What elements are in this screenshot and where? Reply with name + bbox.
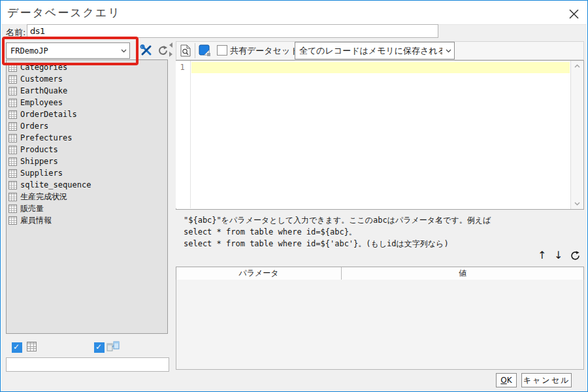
table-list-item[interactable]: Categories [7,61,167,73]
save-dataset-button[interactable] [198,44,212,57]
table-list-item[interactable]: Employees [7,97,167,108]
tables-filter-icon [26,341,37,352]
table-icon [8,87,17,95]
table-name: sqlite_sequence [20,180,91,189]
shared-dataset-label[interactable]: 共有データセット [230,45,299,57]
dataset-name-label: 名前: [6,27,25,39]
views-filter-icon [106,341,120,352]
table-list-item[interactable]: Shippers [7,155,167,167]
close-button[interactable] [566,7,581,21]
table-icon [8,146,17,154]
table-name: Prefectures [20,133,72,142]
chevron-down-icon [118,49,129,53]
value-column-header: 値 [342,267,583,280]
table-icon [8,157,17,166]
table-icon [8,181,17,189]
table-list-item[interactable]: sqlite_sequence [7,179,167,191]
table-name: 販売量 [20,203,44,214]
preview-icon [180,44,191,57]
scroll-up-icon[interactable] [571,61,583,71]
table-icon [8,193,17,201]
storage-mode-select[interactable]: 全てのレコードはメモリに保存される [295,42,455,59]
show-tables-checkbox[interactable] [12,342,22,353]
ok-button-label: OK [500,376,512,385]
cancel-button-label: キャンセル [523,375,570,386]
table-name: Customers [20,74,63,84]
param-move-up-button[interactable]: ↑ [538,249,546,262]
table-list-item[interactable]: Prefectures [7,132,167,144]
connection-config-button[interactable] [138,43,154,57]
table-name: Shippers [20,157,58,166]
chevron-down-icon [442,49,454,53]
show-views-checkbox[interactable] [94,342,105,353]
table-icon [8,63,17,72]
table-list-item[interactable]: 販売量 [7,203,167,214]
table-list-item[interactable]: 生産完成状況 [7,191,167,203]
toolbar-separator [195,43,195,58]
param-refresh-button[interactable] [569,250,581,261]
table-list-item[interactable]: Products [7,144,167,155]
tools-icon [140,44,153,56]
table-filter-input[interactable] [6,357,169,372]
help-line: "${abc}"をパラメータとして入力できます。ここのabcはパラメータ名です。… [184,214,576,226]
table-list-item[interactable]: Customers [7,73,167,85]
table-name: OrderDetails [20,110,77,119]
connection-select[interactable]: FRDemoJP [6,42,130,59]
table-icon [8,204,17,213]
table-name: Employees [20,98,63,107]
cancel-button[interactable]: キャンセル [521,373,572,387]
table-list-item[interactable]: EarthQuake [7,85,167,97]
table-list-item[interactable]: Orders [7,120,167,132]
table-icon [8,110,17,119]
connection-select-value: FRDemoJP [7,46,118,56]
help-line: select * from table where id=${abc}。 [184,226,576,238]
sql-editor-scrollbar[interactable] [570,61,583,209]
splitter-collapse-right[interactable] [169,52,172,57]
table-icon [8,122,17,131]
splitter-collapse-left[interactable] [169,42,172,48]
parameter-column-header: パラメータ [176,267,342,280]
parameter-table-header: パラメータ 値 [176,267,584,280]
table-icon [8,216,17,225]
table-list: Categories Customers EarthQuake [6,59,168,334]
table-icon [8,75,17,84]
table-name: Products [20,145,58,154]
save-icon [199,44,211,57]
dialog-title: データベースクエリ [7,5,121,20]
preview-query-button[interactable] [179,44,192,57]
table-name: 雇員情報 [20,215,52,226]
table-list-item[interactable]: Suppliers [7,167,167,179]
refresh-icon [157,45,169,56]
param-move-down-button[interactable]: ↓ [554,249,563,262]
shared-dataset-checkbox[interactable] [217,45,227,56]
parameter-help-text: "${abc}"をパラメータとして入力できます。ここのabcはパラメータ名です。… [184,214,576,250]
connection-refresh-button[interactable] [155,43,170,57]
table-list-item[interactable]: OrderDetails [7,108,167,120]
scroll-down-icon[interactable] [571,199,583,209]
sql-line-number: 1 [176,63,189,72]
close-icon [569,9,579,19]
sql-editor-gutter [176,61,191,208]
table-name: Suppliers [20,169,63,178]
table-name: EarthQuake [20,86,67,95]
table-name: Orders [20,122,48,131]
parameter-table-body [176,280,584,370]
refresh-icon [570,250,581,261]
dataset-name-input[interactable] [27,24,438,38]
help-line: select * from table where id=${'abc'}。(も… [184,238,576,250]
sql-editor-input[interactable] [191,62,569,207]
table-name: Categories [20,63,67,72]
table-icon [8,169,17,178]
storage-mode-value: 全てのレコードはメモリに保存される [295,45,442,57]
table-list-item[interactable]: 雇員情報 [7,214,167,226]
table-icon [8,134,17,142]
table-name: 生産完成状況 [20,191,67,203]
ok-button[interactable]: OK [496,373,517,387]
table-icon [8,99,17,107]
database-query-dialog: データベースクエリ 名前: FRDemoJP [0,0,588,392]
